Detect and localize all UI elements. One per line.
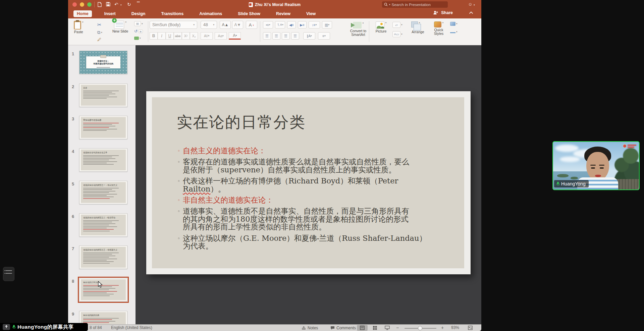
line-spacing-button[interactable]: ↕≡▾ bbox=[309, 21, 320, 29]
reset-layout-button[interactable]: ↺▤ bbox=[134, 29, 143, 34]
align-text-button[interactable]: ≡▾ bbox=[318, 32, 330, 40]
current-slide[interactable]: 实在论的日常分类 ◦自然主义的道德实在论：◦客观存在的道德事实或道德性质要么就是… bbox=[146, 91, 471, 274]
slide-sorter-view-button[interactable] bbox=[370, 325, 380, 331]
cut-button[interactable]: ✂ bbox=[97, 22, 102, 28]
tab-slide-show[interactable]: Slide Show bbox=[234, 10, 264, 17]
tab-home[interactable]: Home bbox=[73, 10, 92, 17]
justify-button[interactable]: ☰ bbox=[291, 32, 299, 40]
new-document-icon[interactable] bbox=[98, 2, 102, 7]
numbering-button[interactable]: ⒈≡▾ bbox=[275, 21, 285, 29]
columns-button[interactable]: ▥▾ bbox=[322, 21, 332, 29]
ribbon-separator bbox=[369, 21, 369, 42]
shapes-icon: ▱ bbox=[392, 22, 400, 28]
slide-title[interactable]: 实在论的日常分类 bbox=[177, 112, 306, 133]
tab-review[interactable]: Review bbox=[273, 10, 294, 17]
strikethrough-button[interactable]: abe bbox=[174, 32, 182, 40]
increase-font-button[interactable]: A▲ bbox=[220, 21, 231, 29]
copy-button[interactable]: ⧉▾ bbox=[97, 30, 102, 35]
slide-canvas: 实在论的日常分类 ◦自然主义的道德实在论：◦客观存在的道德事实或道德性质要么就是… bbox=[136, 45, 481, 324]
align-left-button[interactable]: ☰ bbox=[263, 32, 271, 40]
slide-thumbnail-8[interactable]: 实在论的日常分类 bbox=[79, 278, 127, 301]
thumbnail-text-bar bbox=[83, 229, 114, 230]
eyebrow bbox=[590, 165, 596, 166]
search-scope-caret[interactable]: ▾ bbox=[389, 3, 390, 6]
fit-slide-button[interactable] bbox=[467, 325, 474, 331]
convert-to-smartart-button[interactable]: ▾ Convert toSmartArt bbox=[347, 22, 369, 37]
search-field[interactable]: ▾ Search in Presentation bbox=[382, 1, 448, 8]
picture-button[interactable]: ▾ Picture bbox=[372, 21, 390, 33]
bullet-item: ◦这种立场以摩尔（G.E. Moore）和夏佛-兰道（Russ Shafer-L… bbox=[177, 234, 461, 250]
thumbnail-number: 3 bbox=[72, 116, 77, 121]
new-slide-button[interactable]: ▾ New Slide bbox=[112, 21, 128, 33]
tab-design[interactable]: Design bbox=[128, 10, 149, 17]
clear-formatting-button[interactable]: A◗ bbox=[246, 21, 257, 29]
slide-thumbnail-2[interactable]: 目录 bbox=[79, 84, 127, 107]
comments-button[interactable]: Comments bbox=[329, 325, 357, 331]
quick-styles-button[interactable]: ▾ QuickStyles bbox=[429, 21, 448, 36]
slide-thumbnail-5[interactable]: 道德反实在论的类型之一：非认知主义 bbox=[79, 181, 127, 204]
slide-thumbnail-4[interactable]: 道德实在论与反实在论之争 bbox=[79, 148, 127, 172]
feedback-smiley-icon[interactable]: ☺ ▾ bbox=[468, 2, 475, 7]
shapes-button[interactable]: ▱▾ bbox=[392, 22, 402, 28]
share-button[interactable]: Share bbox=[441, 10, 453, 15]
collapse-ribbon-icon[interactable] bbox=[469, 11, 473, 14]
new-slide-icon bbox=[114, 21, 124, 29]
zoom-window-button[interactable] bbox=[87, 2, 92, 7]
thumbnail-title: 道德反实在论的类型之一：非认知主义 bbox=[83, 184, 123, 187]
minimize-button[interactable] bbox=[80, 2, 84, 7]
normal-view-button[interactable] bbox=[357, 325, 368, 331]
undo-icon[interactable]: ↶ bbox=[114, 1, 118, 7]
bold-button[interactable]: B bbox=[150, 32, 158, 40]
subscript-button[interactable]: X₂ bbox=[190, 32, 198, 40]
font-color-button[interactable]: A▾ bbox=[229, 32, 241, 40]
character-spacing-button[interactable]: AV▾ bbox=[201, 32, 213, 40]
arrange-button[interactable]: ▾ Arrange bbox=[409, 21, 427, 34]
slide-content-panel: 实在论的日常分类 ◦自然主义的道德实在论：◦客观存在的道德事实或道德性质要么就是… bbox=[152, 97, 464, 268]
change-case-button[interactable]: Aa▾ bbox=[215, 32, 227, 40]
slide-thumbnail-7[interactable]: 道德反实在论的类型之三：非客观主义 bbox=[79, 245, 127, 269]
slideshow-view-button[interactable] bbox=[382, 325, 392, 331]
slide-body-text[interactable]: ◦自然主义的道德实在论：◦客观存在的道德事实或道德性质要么就是自然事实或自然性质… bbox=[177, 147, 461, 253]
paste-button[interactable]: ▾ Paste bbox=[74, 21, 84, 34]
text-box-button[interactable]: A▭▾ bbox=[392, 31, 402, 37]
font-size-select[interactable]: 48▾ bbox=[201, 21, 217, 29]
underline-button[interactable]: U bbox=[166, 32, 174, 40]
smartart-icon bbox=[353, 22, 362, 29]
tab-insert[interactable]: Insert bbox=[101, 10, 119, 17]
align-center-button[interactable]: ☰ bbox=[272, 32, 280, 40]
slide-thumbnail-6[interactable]: 道德反实在论的类型之二：错误理论 bbox=[79, 213, 127, 237]
close-button[interactable] bbox=[72, 2, 77, 7]
thumbnail-text-bar bbox=[83, 289, 109, 290]
redo-icon[interactable]: ↻ bbox=[127, 1, 131, 7]
tab-animations[interactable]: Animations bbox=[196, 10, 225, 17]
layout-button[interactable]: ▤▾ bbox=[134, 21, 143, 26]
font-name-select[interactable]: SimSun (Body)▾ bbox=[150, 21, 197, 29]
zoom-out-button[interactable]: − bbox=[396, 325, 399, 330]
increase-indent-button[interactable]: ▶≡ bbox=[298, 21, 307, 29]
align-right-button[interactable]: ☰ bbox=[282, 32, 290, 40]
shape-outline-button[interactable]: ▾ bbox=[450, 31, 458, 33]
tab-transitions[interactable]: Transitions bbox=[158, 10, 187, 17]
slide-thumbnail-1[interactable]: 道德实在论：朱熹美德伦理学的结构 bbox=[79, 51, 127, 74]
participant-video[interactable]: HuangYong bbox=[552, 141, 640, 190]
zoom-in-button[interactable]: + bbox=[441, 325, 444, 330]
zoom-level[interactable]: 93% bbox=[451, 325, 459, 330]
bullets-button[interactable]: •≡▾ bbox=[263, 21, 273, 29]
zoom-slider-thumb[interactable] bbox=[418, 326, 422, 330]
format-painter-button[interactable]: 🖉 bbox=[97, 37, 101, 42]
superscript-button[interactable]: X² bbox=[182, 32, 190, 40]
section-button[interactable]: ▾ bbox=[134, 37, 141, 40]
undo-dropdown-caret[interactable]: ▾ bbox=[120, 4, 122, 6]
language-indicator[interactable]: English (United States) bbox=[111, 325, 152, 330]
thumbnail-text-bar bbox=[83, 97, 117, 97]
save-icon[interactable] bbox=[106, 2, 110, 6]
slide-thumbnail-3[interactable]: 事实命题与道德命题 bbox=[79, 116, 127, 139]
decrease-font-button[interactable]: A▼ bbox=[232, 21, 243, 29]
italic-button[interactable]: I bbox=[158, 32, 166, 40]
collapsed-panel-handle[interactable] bbox=[3, 267, 14, 281]
tab-view[interactable]: View bbox=[303, 10, 319, 17]
notes-button[interactable]: Notes bbox=[300, 325, 319, 331]
text-direction-button[interactable]: ∥A▾ bbox=[303, 32, 315, 40]
shape-fill-button[interactable]: ▾ bbox=[450, 22, 458, 26]
decrease-indent-button[interactable]: ◀≡ bbox=[287, 21, 296, 29]
